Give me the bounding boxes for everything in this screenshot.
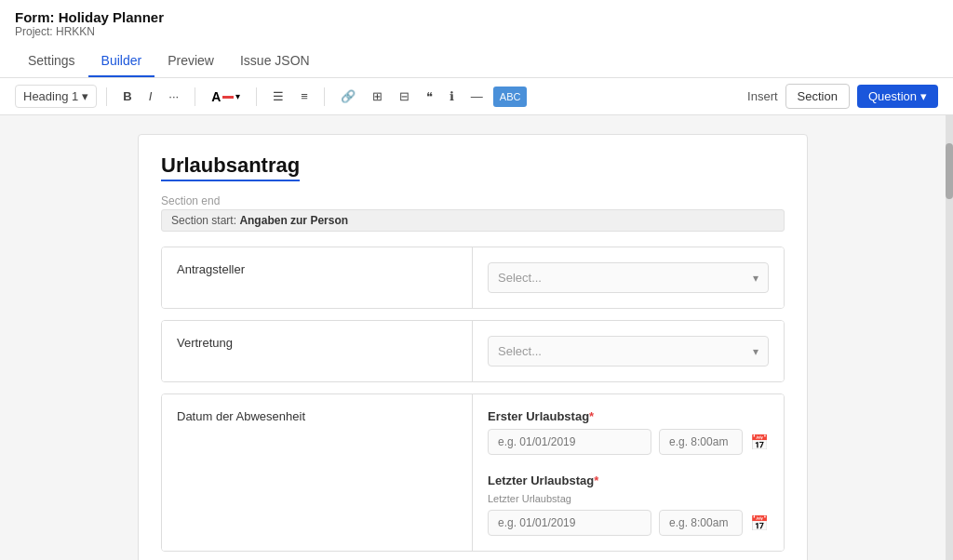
toolbar-color-group: A ▾ (205, 85, 247, 109)
toolbar: Heading 1 ▾ B I ··· A ▾ ☰ ≡ 🔗 ⊞ ⊟ ❝ ℹ — … (0, 78, 953, 115)
toolbar-right: Insert Section Question ▾ (747, 84, 938, 109)
antragsteller-label: Antragsteller (177, 262, 245, 276)
form-input-cell-abwesenheit: Erster Urlaubstag* 📅 Letzter Urlaubstag* (473, 394, 784, 551)
letzter-sublabel: Letzter Urlaubstag (488, 493, 769, 504)
antragsteller-select-placeholder: Select... (498, 271, 542, 285)
chevron-down-icon-question: ▾ (920, 89, 927, 103)
calendar-icon-2[interactable]: 📅 (750, 514, 769, 532)
app-title: Form: Holiday Planner (15, 9, 938, 25)
calendar-icon-1[interactable]: 📅 (750, 433, 769, 451)
insert-label: Insert (747, 89, 778, 103)
main-content: Urlaubsantrag Section end Section start:… (0, 115, 953, 560)
tab-builder[interactable]: Builder (88, 46, 155, 77)
letzter-urlaubstag-label: Letzter Urlaubstag* (488, 473, 769, 487)
letzter-urlaubstag-group: Letzter Urlaubstag* Letzter Urlaubstag 📅 (488, 473, 769, 536)
chevron-down-icon: ▾ (82, 89, 88, 103)
form-input-cell-antragsteller: Select... ▾ (473, 247, 784, 308)
required-star-2: * (594, 473, 598, 487)
separator-3 (256, 87, 257, 106)
toolbar-format-group: B I ··· (116, 85, 185, 108)
form-label-cell-vertretung: Vertretung (162, 321, 473, 381)
form-title: Urlaubsantrag (161, 153, 785, 189)
color-button[interactable]: A ▾ (205, 85, 247, 109)
app-subtitle: Project: HRKKN (15, 25, 938, 38)
abc-button[interactable]: ABC (493, 87, 528, 107)
section-end-label: Section end (161, 194, 785, 207)
chevron-down-icon-antragsteller: ▾ (753, 272, 758, 285)
link-button[interactable]: 🔗 (334, 85, 362, 108)
erster-urlaubstag-label: Erster Urlaubstag* (488, 409, 769, 423)
divider-button[interactable]: — (464, 85, 490, 108)
vertretung-select-placeholder: Select... (498, 344, 542, 358)
erster-urlaubstag-input-row: 📅 (488, 429, 769, 455)
section-start-bar: Section start: Angaben zur Person (161, 209, 785, 232)
vertretung-select[interactable]: Select... ▾ (488, 336, 769, 367)
form-row-vertretung: Vertretung Select... ▾ (161, 320, 785, 382)
bold-button[interactable]: B (116, 85, 138, 108)
quote-button[interactable]: ❝ (420, 85, 439, 108)
letzter-date-input[interactable] (488, 510, 651, 536)
numbered-list-button[interactable]: ≡ (294, 85, 315, 108)
toolbar-heading-group: Heading 1 ▾ (15, 85, 97, 108)
separator-4 (324, 87, 325, 106)
vertretung-label: Vertretung (177, 336, 233, 350)
more-button[interactable]: ··· (162, 85, 185, 108)
question-button[interactable]: Question ▾ (857, 85, 938, 108)
toolbar-insert-group: 🔗 ⊞ ⊟ ❝ ℹ — ABC (334, 85, 528, 108)
heading-select-label: Heading 1 (23, 89, 78, 103)
tab-issue-json[interactable]: Issue JSON (227, 46, 323, 77)
form-row-antragsteller: Antragsteller Select... ▾ (161, 247, 785, 309)
chevron-down-icon-vertretung: ▾ (753, 345, 758, 358)
erster-urlaubstag-group: Erster Urlaubstag* 📅 (488, 409, 769, 455)
form-input-cell-vertretung: Select... ▾ (473, 321, 784, 381)
bullet-list-button[interactable]: ☰ (266, 85, 290, 108)
scrollbar[interactable] (946, 115, 953, 560)
form-label-cell-abwesenheit: Datum der Abwesenheit (162, 394, 473, 551)
heading-select[interactable]: Heading 1 ▾ (15, 85, 97, 108)
toolbar-list-group: ☰ ≡ (266, 85, 315, 108)
separator-1 (106, 87, 107, 106)
info-button[interactable]: ℹ (443, 85, 461, 108)
letzter-time-input[interactable] (659, 510, 743, 536)
tab-preview[interactable]: Preview (154, 46, 227, 77)
erster-date-input[interactable] (488, 429, 651, 455)
erster-time-input[interactable] (659, 429, 743, 455)
table-button[interactable]: ⊞ (366, 85, 389, 108)
form-label-cell-antragsteller: Antragsteller (162, 247, 473, 308)
form-row-abwesenheit: Datum der Abwesenheit Erster Urlaubstag*… (161, 393, 785, 552)
form-container: Urlaubsantrag Section end Section start:… (138, 134, 808, 560)
nav-tabs: Settings Builder Preview Issue JSON (15, 46, 938, 77)
italic-button[interactable]: I (142, 85, 159, 108)
color-underline (222, 96, 234, 99)
tab-settings[interactable]: Settings (15, 46, 88, 77)
columns-button[interactable]: ⊟ (393, 85, 416, 108)
editor-area[interactable]: Urlaubsantrag Section end Section start:… (0, 115, 946, 560)
section-button[interactable]: Section (785, 84, 850, 109)
chevron-down-icon-color: ▾ (235, 91, 240, 101)
scrollbar-thumb[interactable] (946, 143, 953, 199)
required-star-1: * (589, 409, 594, 423)
abwesenheit-label: Datum der Abwesenheit (177, 409, 305, 423)
antragsteller-select[interactable]: Select... ▾ (488, 262, 769, 293)
app-header: Form: Holiday Planner Project: HRKKN Set… (0, 0, 953, 78)
letzter-urlaubstag-input-row: 📅 (488, 510, 769, 536)
separator-2 (195, 87, 195, 106)
